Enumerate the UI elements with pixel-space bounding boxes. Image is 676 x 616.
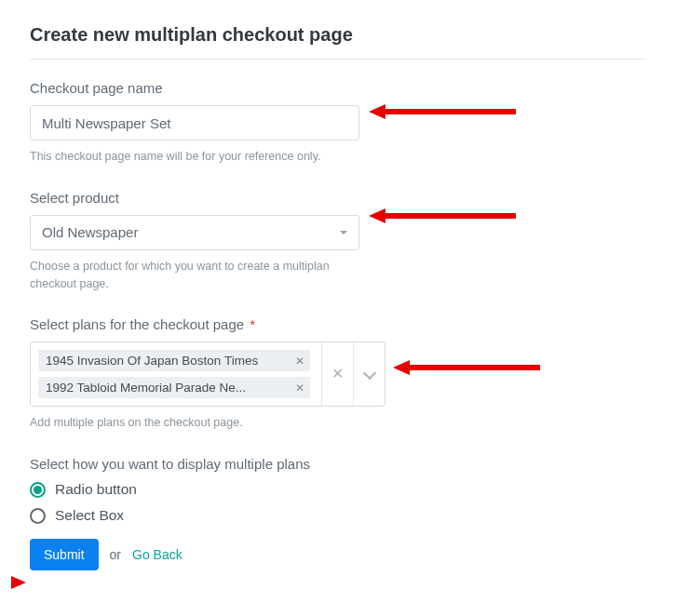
product-helper: Choose a product for which you want to c…	[30, 258, 365, 293]
remove-tag-icon[interactable]: ✕	[295, 382, 304, 394]
annotation-arrow-icon	[11, 576, 26, 589]
page-title: Create new multiplan checkout page	[30, 24, 646, 46]
display-option-select-box[interactable]: Select Box	[30, 507, 646, 524]
radio-label: Radio button	[55, 481, 137, 498]
checkout-name-helper: This checkout page name will be for your…	[30, 148, 646, 166]
radio-icon	[30, 482, 46, 498]
checkout-name-input[interactable]	[30, 105, 359, 141]
plans-tag-area: 1945 Invasion Of Japan Boston Times ✕ 19…	[31, 342, 321, 406]
product-select[interactable]: Old Newspaper	[30, 215, 359, 250]
required-asterisk: *	[250, 316, 255, 332]
plan-tag-label: 1992 Tabloid Memorial Parade Ne...	[46, 381, 246, 395]
go-back-link[interactable]: Go Back	[132, 547, 183, 562]
divider	[30, 59, 646, 60]
field-checkout-name: Checkout page name This checkout page na…	[30, 80, 646, 166]
caret-down-icon	[340, 231, 347, 234]
plan-tag: 1992 Tabloid Memorial Parade Ne... ✕	[38, 377, 310, 398]
radio-icon	[30, 508, 46, 524]
plans-label-text: Select plans for the checkout page	[30, 316, 244, 332]
submit-button[interactable]: Submit	[30, 539, 99, 570]
checkout-name-label: Checkout page name	[30, 80, 646, 96]
plans-dropdown-toggle[interactable]	[353, 342, 385, 406]
field-select-product: Select product Old Newspaper Choose a pr…	[30, 190, 646, 293]
plans-helper: Add multiple plans on the checkout page.	[30, 414, 646, 432]
plan-tag: 1945 Invasion Of Japan Boston Times ✕	[38, 350, 310, 371]
product-label: Select product	[30, 190, 646, 206]
field-select-plans: Select plans for the checkout page * 194…	[30, 316, 646, 432]
plan-tag-label: 1945 Invasion Of Japan Boston Times	[46, 354, 258, 368]
remove-tag-icon[interactable]: ✕	[295, 355, 304, 367]
form-actions: Submit or Go Back	[30, 539, 646, 570]
product-select-value: Old Newspaper	[42, 224, 138, 240]
display-option-radio-button[interactable]: Radio button	[30, 481, 646, 498]
plans-clear-all[interactable]: ✕	[321, 342, 353, 406]
clear-icon: ✕	[331, 367, 344, 382]
plans-multiselect[interactable]: 1945 Invasion Of Japan Boston Times ✕ 19…	[30, 341, 385, 407]
chevron-down-icon	[362, 367, 375, 380]
or-text: or	[110, 547, 121, 562]
radio-label: Select Box	[55, 507, 124, 524]
display-label: Select how you want to display multiple …	[30, 456, 646, 472]
field-display-option: Select how you want to display multiple …	[30, 456, 646, 524]
plans-label: Select plans for the checkout page *	[30, 316, 646, 332]
